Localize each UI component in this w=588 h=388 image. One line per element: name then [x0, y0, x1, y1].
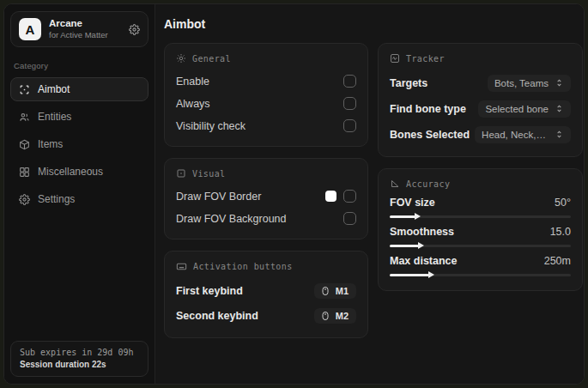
angle-icon — [390, 179, 400, 189]
setting-row-always: Always — [176, 94, 356, 113]
sidebar-item-label: Items — [38, 138, 63, 150]
category-label: Category — [14, 61, 145, 70]
visibility-check-checkbox[interactable] — [343, 119, 356, 132]
targets-dropdown[interactable]: Bots, Teams — [488, 75, 571, 92]
slider-thumb[interactable] — [418, 242, 424, 249]
sidebar-item-miscellaneous[interactable]: Miscellaneous — [10, 160, 149, 184]
app-subtitle: for Active Matter — [49, 30, 121, 40]
slider-label: FOV size — [390, 197, 435, 209]
session-duration-text: Session duration 22s — [20, 360, 139, 369]
setting-label: Targets — [390, 77, 427, 89]
first-keybind-button[interactable]: M1 — [314, 283, 356, 299]
setting-row-targets: Targets Bots, Teams — [390, 71, 571, 94]
dropdown-value: Bots, Teams — [494, 78, 549, 88]
setting-row-first-keybind: First keybind M1 — [176, 280, 356, 302]
slider-row-max-distance: Max distance 250m — [390, 255, 571, 276]
fov-size-slider[interactable] — [390, 215, 571, 218]
setting-row-find-bone-type: Find bone type Selected bone — [390, 97, 571, 120]
general-card: General Enable Always Visibility check — [164, 43, 368, 147]
sidebar-item-entities[interactable]: Entities — [10, 105, 149, 129]
fov-background-checkbox[interactable] — [343, 212, 356, 225]
card-title-accuracy: Accuracy — [406, 179, 450, 189]
dropdown-value: Head, Neck, Body, Pe.. — [482, 130, 549, 140]
sidebar-item-label: Entities — [38, 111, 71, 123]
setting-row-visibility-check: Visibility check — [176, 116, 356, 136]
sidebar-item-label: Miscellaneous — [38, 166, 103, 178]
slider-row-smoothness: Smoothness 15.0 — [390, 226, 571, 247]
visual-card: Visual Draw FOV Border Draw FOV Backgrou… — [164, 158, 368, 239]
second-keybind-button[interactable]: M2 — [314, 308, 356, 324]
fov-border-color-swatch[interactable] — [325, 191, 336, 202]
setting-label: Second keybind — [176, 310, 258, 322]
setting-row-fov-background: Draw FOV Background — [176, 209, 356, 228]
frame-icon — [176, 168, 186, 179]
setting-row-bones-selected: Bones Selected Head, Neck, Body, Pe.. — [390, 123, 571, 146]
setting-label: Always — [176, 98, 210, 110]
mouse-icon — [320, 311, 330, 321]
slider-thumb[interactable] — [428, 271, 434, 278]
slider-value: 250m — [544, 255, 571, 267]
subscription-info-box: Sub expires in 29d 09h Session duration … — [10, 341, 149, 377]
expand-arrows-icon — [555, 130, 564, 139]
sidebar-menu: Aimbot Entities — [10, 77, 149, 211]
slider-value: 15.0 — [550, 226, 571, 238]
find-bone-type-dropdown[interactable]: Selected bone — [478, 100, 571, 118]
app-header-card: A Arcane for Active Matter — [10, 11, 149, 47]
keybind-value: M1 — [336, 286, 349, 296]
sub-expires-text: Sub expires in 29d 09h — [20, 348, 139, 357]
slider-label: Max distance — [390, 255, 458, 267]
tracker-card: Tracker Targets Bots, Teams — [378, 43, 583, 157]
sidebar-item-settings[interactable]: Settings — [10, 187, 149, 211]
sidebar-item-items[interactable]: Items — [10, 132, 149, 156]
setting-label: Draw FOV Background — [176, 213, 287, 225]
activation-buttons-card: Activation buttons First keybind M1 — [164, 251, 368, 338]
setting-label: Find bone type — [390, 103, 466, 115]
keybind-value: M2 — [336, 311, 349, 321]
sidebar-item-label: Aimbot — [38, 83, 70, 95]
entities-icon — [19, 112, 30, 123]
setting-row-fov-border: Draw FOV Border — [176, 186, 356, 206]
always-checkbox[interactable] — [343, 97, 356, 110]
setting-label: Draw FOV Border — [176, 191, 261, 203]
card-title-general: General — [192, 54, 231, 64]
gear-icon — [19, 194, 30, 205]
sidebar: A Arcane for Active Matter Category — [4, 4, 155, 384]
page-title: Aimbot — [164, 17, 573, 31]
setting-row-second-keybind: Second keybind M2 — [176, 305, 356, 327]
card-title-visual: Visual — [192, 169, 226, 179]
crosshair-scan-icon — [19, 84, 30, 95]
activity-icon — [390, 53, 400, 64]
setting-label: Enable — [176, 76, 209, 88]
setting-label: First keybind — [176, 285, 243, 297]
setting-label: Bones Selected — [390, 129, 470, 141]
app-name: Arcane — [49, 18, 121, 30]
expand-arrows-icon — [555, 104, 564, 113]
setting-label: Visibility check — [176, 120, 246, 132]
expand-arrows-icon — [555, 78, 564, 88]
app-window: A Arcane for Active Matter Category — [3, 3, 585, 385]
slider-value: 50° — [555, 197, 571, 209]
settings-sliders-icon — [176, 53, 186, 64]
max-distance-slider[interactable] — [390, 274, 571, 276]
gear-icon[interactable] — [129, 24, 140, 35]
keyboard-icon — [176, 261, 187, 272]
enable-checkbox[interactable] — [343, 75, 356, 88]
sidebar-item-label: Settings — [38, 193, 75, 205]
dropdown-value: Selected bone — [485, 104, 549, 114]
card-title-tracker: Tracker — [406, 54, 445, 64]
accuracy-card: Accuracy FOV size 50° — [378, 168, 583, 291]
slider-row-fov-size: FOV size 50° — [390, 197, 571, 218]
setting-row-enable: Enable — [176, 71, 356, 91]
layout-grid-icon — [19, 167, 30, 178]
card-title-activation: Activation buttons — [193, 262, 293, 271]
smoothness-slider[interactable] — [390, 245, 571, 247]
slider-label: Smoothness — [390, 226, 454, 238]
app-meta: Arcane for Active Matter — [49, 18, 121, 40]
mouse-icon — [320, 286, 330, 296]
app-logo: A — [19, 18, 41, 40]
cube-icon — [19, 139, 30, 150]
sidebar-item-aimbot[interactable]: Aimbot — [10, 77, 149, 101]
bones-selected-dropdown[interactable]: Head, Neck, Body, Pe.. — [475, 126, 571, 143]
fov-border-checkbox[interactable] — [343, 190, 356, 203]
slider-thumb[interactable] — [415, 213, 421, 220]
